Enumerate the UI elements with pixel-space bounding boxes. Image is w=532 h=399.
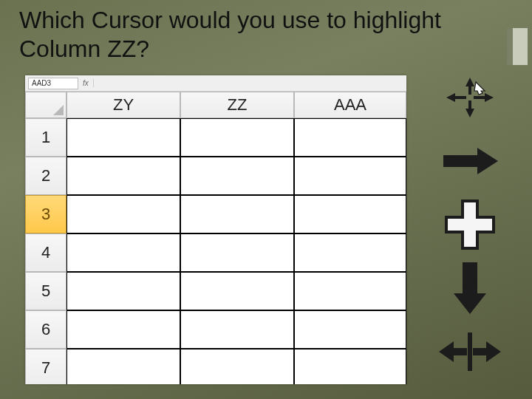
cell[interactable]	[294, 233, 406, 272]
question-title: Which Cursor would you use to highlight …	[19, 6, 443, 64]
cell[interactable]	[66, 272, 180, 310]
cell[interactable]	[66, 118, 180, 157]
row-header[interactable]: 1	[25, 118, 66, 157]
cell[interactable]	[294, 310, 406, 349]
cell[interactable]	[180, 157, 294, 195]
plus-cross-icon	[445, 200, 495, 250]
column-header-zz[interactable]: ZZ	[180, 92, 294, 118]
fx-label: fx	[83, 79, 94, 87]
cell[interactable]	[294, 272, 406, 310]
svg-marker-0	[466, 78, 474, 95]
cell[interactable]	[180, 118, 294, 157]
cell[interactable]	[66, 157, 180, 195]
cursor-option-precision-cross[interactable]	[440, 201, 499, 248]
spreadsheet-area: AAD3 fx ZY ZZ AAA 1 2 3 4 5 6 7	[25, 75, 406, 384]
svg-marker-7	[439, 341, 467, 362]
name-box[interactable]: AAD3	[28, 78, 78, 89]
cell[interactable]	[180, 195, 294, 233]
cursor-options-panel	[434, 74, 505, 375]
resize-horizontal-icon	[437, 331, 502, 372]
cursor-option-move-arrows[interactable]	[440, 74, 499, 121]
row-header[interactable]: 6	[25, 310, 66, 349]
svg-marker-3	[474, 93, 494, 102]
move-four-headed-arrow-icon	[442, 76, 498, 119]
formula-bar: AAD3 fx	[25, 75, 406, 92]
cell[interactable]	[180, 310, 294, 349]
spreadsheet-grid: ZY ZZ AAA 1 2 3 4 5 6 7	[25, 92, 406, 384]
svg-marker-1	[466, 100, 474, 117]
cell[interactable]	[180, 272, 294, 310]
svg-marker-8	[473, 341, 501, 362]
cursor-option-down-arrow[interactable]	[440, 265, 499, 312]
column-header-zy[interactable]: ZY	[66, 92, 180, 118]
row-header[interactable]: 5	[25, 272, 66, 310]
mouse-pointer-icon	[474, 82, 485, 95]
svg-marker-2	[446, 93, 466, 102]
cell[interactable]	[294, 195, 406, 233]
cell[interactable]	[180, 233, 294, 272]
row-header[interactable]: 4	[25, 233, 66, 272]
cell[interactable]	[66, 233, 180, 272]
cursor-option-fill-right-arrow[interactable]	[440, 137, 499, 185]
down-arrow-icon	[452, 261, 488, 316]
cell[interactable]	[66, 195, 180, 233]
cursor-option-resize-horizontal[interactable]	[440, 328, 499, 375]
cell[interactable]	[180, 349, 294, 384]
right-arrow-icon	[440, 146, 499, 176]
svg-marker-4	[443, 148, 498, 174]
row-header[interactable]: 7	[25, 349, 66, 384]
svg-rect-6	[468, 332, 472, 371]
row-header[interactable]: 2	[25, 157, 66, 195]
cell[interactable]	[66, 310, 180, 349]
cell[interactable]	[294, 118, 406, 157]
slide-accent-bar	[507, 28, 528, 65]
cell[interactable]	[66, 349, 180, 384]
row-header-selected[interactable]: 3	[25, 195, 66, 233]
svg-marker-5	[454, 262, 486, 314]
cell[interactable]	[294, 157, 406, 195]
select-all-corner[interactable]	[25, 92, 66, 118]
cell[interactable]	[294, 349, 406, 384]
column-header-aaa[interactable]: AAA	[294, 92, 406, 118]
